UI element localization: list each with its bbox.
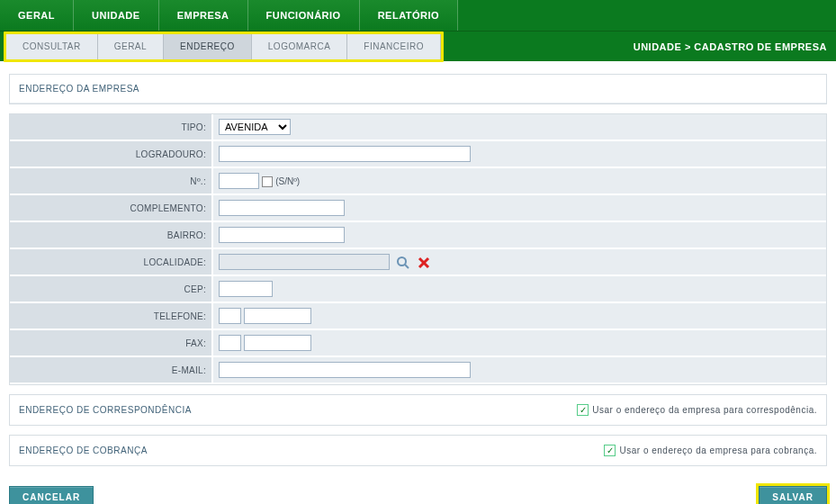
input-cep[interactable] <box>219 281 273 297</box>
tab-geral[interactable]: GERAL <box>98 34 164 59</box>
label-complemento: COMPLEMENTO: <box>10 194 212 221</box>
input-logradouro[interactable] <box>219 146 471 162</box>
label-usar-cobranca: Usar o endereço da empresa para cobrança… <box>619 446 817 455</box>
input-email[interactable] <box>219 362 471 378</box>
label-telefone: TELEFONE: <box>10 302 212 329</box>
tab-endereco[interactable]: ENDEREÇO <box>164 34 252 59</box>
label-sn: (S/Nº) <box>275 176 300 186</box>
tab-strip: CONSULTAR GERAL ENDEREÇO LOGOMARCA FINAN… <box>4 32 444 62</box>
menu-item-funcionario[interactable]: FUNCIONÁRIO <box>248 0 360 31</box>
input-telefone-ddd[interactable] <box>219 308 241 324</box>
label-email: E-MAIL: <box>10 356 212 383</box>
search-icon[interactable] <box>396 256 410 270</box>
panel-title-correspondencia: ENDEREÇO DE CORRESPONDÊNCIA <box>19 405 192 415</box>
tab-financeiro[interactable]: FINANCEIRO <box>347 34 441 59</box>
cancel-button[interactable]: CANCELAR <box>9 486 94 504</box>
input-fax[interactable] <box>244 335 311 351</box>
tab-consultar[interactable]: CONSULTAR <box>6 34 98 59</box>
panel-cobranca: ENDEREÇO DE COBRANÇA ✓ Usar o endereço d… <box>9 435 827 466</box>
panel-endereco-empresa: ENDEREÇO DA EMPRESA <box>9 74 827 104</box>
select-tipo[interactable]: AVENIDA <box>219 119 291 135</box>
svg-line-1 <box>405 265 409 268</box>
checkbox-usar-correspondencia[interactable]: ✓ <box>577 404 589 416</box>
clear-icon[interactable] <box>417 256 431 270</box>
menu-item-empresa[interactable]: EMPRESA <box>159 0 248 31</box>
label-localidade: LOCALIDADE: <box>10 248 212 275</box>
breadcrumb: UNIDADE > CADASTRO DE EMPRESA <box>634 41 836 52</box>
input-numero[interactable] <box>219 173 259 189</box>
panel-title-cobranca: ENDEREÇO DE COBRANÇA <box>19 446 148 455</box>
panel-correspondencia: ENDEREÇO DE CORRESPONDÊNCIA ✓ Usar o end… <box>9 394 827 426</box>
input-bairro[interactable] <box>219 227 345 243</box>
label-numero: Nº.: <box>10 167 212 194</box>
input-fax-ddd[interactable] <box>219 335 241 351</box>
input-complemento[interactable] <box>219 200 345 216</box>
menu-item-geral[interactable]: GERAL <box>0 0 74 31</box>
svg-point-0 <box>398 257 406 266</box>
menu-item-unidade[interactable]: UNIDADE <box>74 0 159 31</box>
top-menu: GERAL UNIDADE EMPRESA FUNCIONÁRIO RELATÓ… <box>0 0 836 31</box>
label-usar-correspondencia: Usar o endereço da empresa para correspo… <box>592 405 817 415</box>
checkbox-usar-cobranca[interactable]: ✓ <box>604 445 616 456</box>
checkbox-sn[interactable] <box>262 176 273 187</box>
label-fax: FAX: <box>10 329 212 356</box>
form-panel: TIPO: AVENIDA LOGRADOURO: Nº.: (S/Nº) <box>9 113 827 385</box>
label-cep: CEP: <box>10 275 212 302</box>
input-telefone[interactable] <box>244 308 311 324</box>
form-table: TIPO: AVENIDA LOGRADOURO: Nº.: (S/Nº) <box>10 114 826 384</box>
sub-bar: CONSULTAR GERAL ENDEREÇO LOGOMARCA FINAN… <box>0 31 836 61</box>
button-bar: CANCELAR SALVAR <box>0 482 836 504</box>
tab-logomarca[interactable]: LOGOMARCA <box>252 34 348 59</box>
label-tipo: TIPO: <box>10 114 212 140</box>
panel-title-endereco-empresa: ENDEREÇO DA EMPRESA <box>10 75 826 104</box>
save-button[interactable]: SALVAR <box>759 486 827 504</box>
label-logradouro: LOGRADOURO: <box>10 140 212 167</box>
label-bairro: BAIRRO: <box>10 221 212 248</box>
menu-item-relatorio[interactable]: RELATÓRIO <box>360 0 458 31</box>
input-localidade[interactable] <box>219 254 390 270</box>
